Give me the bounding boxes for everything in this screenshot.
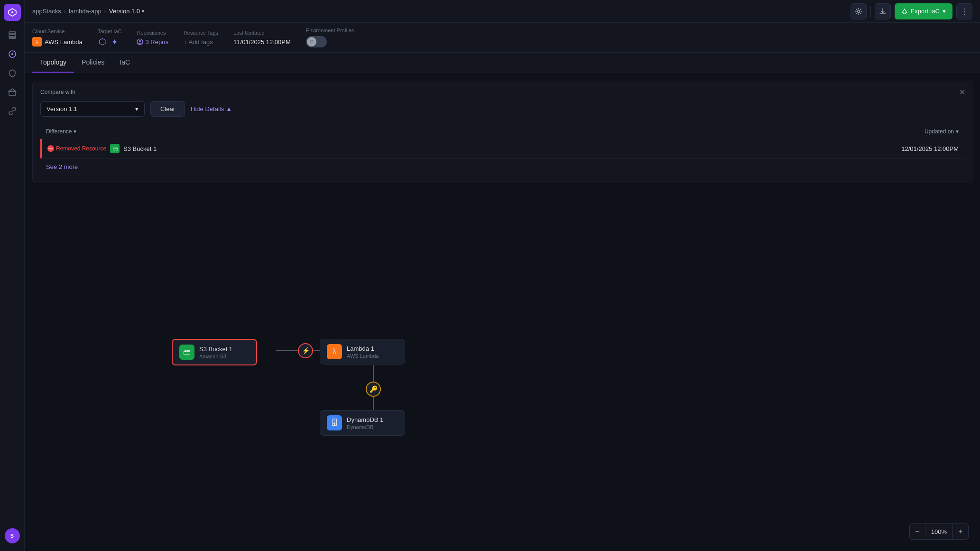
filter-icon: ▾ — [74, 128, 76, 135]
compare-panel: Compare with Version 1.1 ▾ Clear Hide De… — [32, 81, 972, 183]
toggle-knob — [307, 37, 316, 47]
settings-button[interactable] — [851, 3, 867, 19]
download-button[interactable] — [875, 3, 891, 19]
env-profiles-item: Environment Profiles — [306, 28, 354, 47]
dynamodb-node[interactable]: 🗄 DynamoDB 1 DynamoDB — [320, 410, 405, 436]
resource-name: S3 Bucket 1 — [123, 145, 157, 152]
difference-filter[interactable]: Difference ▾ — [46, 128, 76, 135]
main-content: appStacks › lambda-app › Version 1.0 ▾ — [25, 0, 980, 551]
diff-row-s3[interactable]: — Removed Resource 🗃 S3 Bucket 1 12/01/2… — [40, 139, 964, 159]
sort-icon: ▾ — [956, 128, 959, 135]
topology-canvas: 🗃 S3 Bucket 1 Amazon S3 ⚡ λ Lambda 1 AWS… — [25, 272, 980, 551]
divider — [870, 6, 871, 17]
s3-node-type: Amazon S3 — [199, 354, 232, 359]
breadcrumb-app[interactable]: lambda-app — [69, 8, 102, 15]
lambda-node-type: AWS Lambda — [347, 353, 379, 359]
user-avatar[interactable]: S — [5, 528, 20, 543]
svg-point-5 — [11, 53, 13, 55]
last-updated-value: 11/01/2025 12:00PM — [233, 38, 291, 46]
chevron-up-icon: ▲ — [226, 105, 232, 112]
topbar-actions: Export IaC ▾ ⋮ — [851, 3, 972, 19]
breadcrumb-sep-2: › — [104, 8, 106, 15]
target-iac-item: Target IaC ⬡ ✦ — [98, 28, 122, 47]
lambda-node[interactable]: λ Lambda 1 AWS Lambda — [320, 339, 405, 364]
terraform-icon: ✦ — [110, 37, 120, 47]
dynamo-node-info: DynamoDB 1 DynamoDB — [347, 416, 383, 430]
hide-details-button[interactable]: Hide Details ▲ — [191, 105, 232, 112]
s3-node-icon: 🗃 — [179, 345, 194, 360]
resource-tags-item: Resource Tags + Add tags — [184, 30, 218, 46]
env-profiles-toggle[interactable] — [306, 36, 354, 47]
more-button[interactable]: ⋮ — [956, 3, 972, 19]
add-tags-button[interactable]: + Add tags — [184, 38, 218, 46]
version-dropdown-icon: ▾ — [142, 9, 144, 14]
breadcrumb-sep-1: › — [64, 8, 66, 15]
env-profiles-label: Environment Profiles — [306, 28, 354, 33]
s3-node-name: S3 Bucket 1 — [199, 346, 232, 353]
aws-lambda-icon: λ — [32, 37, 42, 47]
zoom-out-button[interactable]: − — [910, 524, 925, 539]
connections-svg — [25, 272, 980, 551]
lightning-connector: ⚡ — [298, 343, 313, 358]
cloud-service-label: Cloud Service — [32, 28, 83, 34]
updated-on-filter[interactable]: Updated on ▾ — [925, 128, 959, 135]
see-more-link[interactable]: See 2 more — [40, 159, 964, 175]
last-updated-item: Last Updated 11/01/2025 12:00PM — [233, 30, 291, 46]
diff-table-header: Difference ▾ Updated on ▾ — [40, 124, 964, 139]
zoom-controls: − 100% + — [909, 523, 969, 540]
repositories-link[interactable]: 3 Repos — [137, 38, 168, 46]
tab-iac[interactable]: IaC — [112, 53, 138, 73]
s3-bucket-node[interactable]: 🗃 S3 Bucket 1 Amazon S3 — [172, 339, 257, 365]
svg-rect-3 — [9, 37, 16, 38]
sidebar-item-bank[interactable] — [4, 84, 21, 101]
key-connector: 🔑 — [366, 382, 381, 397]
compare-controls: Version 1.1 ▾ Clear Hide Details ▲ — [40, 101, 964, 117]
repositories-label: Repositories — [137, 30, 168, 36]
clear-button[interactable]: Clear — [150, 101, 185, 117]
sidebar-item-shield[interactable] — [4, 65, 21, 82]
export-iac-button[interactable]: Export IaC ▾ — [895, 3, 952, 19]
svg-rect-1 — [9, 32, 16, 34]
dynamo-node-icon: 🗄 — [327, 415, 342, 430]
pulumi-icon: ⬡ — [98, 37, 107, 47]
topbar: appStacks › lambda-app › Version 1.0 ▾ — [25, 0, 980, 23]
svg-rect-2 — [9, 35, 16, 37]
version-select-dropdown[interactable]: Version 1.1 ▾ — [40, 101, 145, 117]
last-updated-label: Last Updated — [233, 30, 291, 36]
cloud-service-item: Cloud Service λ AWS Lambda — [32, 28, 83, 47]
minus-icon: — — [47, 145, 54, 152]
breadcrumb-root[interactable]: appStacks — [32, 8, 61, 15]
tab-topology[interactable]: Topology — [32, 53, 74, 73]
tab-policies[interactable]: Policies — [74, 53, 112, 73]
s3-resource-icon: 🗃 — [110, 144, 120, 153]
cloud-service-value: λ AWS Lambda — [32, 37, 83, 47]
target-iac-icons: ⬡ ✦ — [98, 37, 122, 47]
diff-row-left: — Removed Resource 🗃 S3 Bucket 1 — [47, 144, 157, 153]
export-dropdown-icon: ▾ — [943, 8, 946, 15]
sidebar: S — [0, 0, 25, 551]
sidebar-item-topology[interactable] — [4, 46, 21, 63]
sidebar-item-link[interactable] — [4, 103, 21, 120]
removed-badge: — Removed Resource — [47, 145, 106, 152]
toggle-switch[interactable] — [306, 36, 327, 47]
compare-title: Compare with — [40, 89, 964, 95]
breadcrumb: appStacks › lambda-app › Version 1.0 ▾ — [32, 8, 144, 15]
lambda-node-info: Lambda 1 AWS Lambda — [347, 345, 379, 359]
lambda-node-icon: λ — [327, 344, 342, 359]
sidebar-item-layers[interactable] — [4, 27, 21, 44]
select-chevron-icon: ▾ — [135, 105, 139, 112]
dynamo-node-type: DynamoDB — [347, 424, 383, 430]
breadcrumb-version: Version 1.0 — [109, 8, 140, 15]
zoom-level: 100% — [925, 524, 953, 539]
zoom-in-button[interactable]: + — [953, 524, 968, 539]
svg-rect-6 — [9, 92, 16, 95]
app-logo[interactable] — [4, 4, 21, 21]
diff-row-date: 12/01/2025 12:00PM — [901, 145, 959, 152]
service-bar: Cloud Service λ AWS Lambda Target IaC ⬡ … — [25, 23, 980, 53]
tabs: Topology Policies IaC — [25, 53, 980, 73]
lambda-node-name: Lambda 1 — [347, 345, 379, 352]
close-compare-panel[interactable]: ✕ — [959, 88, 965, 97]
breadcrumb-current[interactable]: Version 1.0 ▾ — [109, 8, 144, 15]
dynamo-node-name: DynamoDB 1 — [347, 416, 383, 423]
svg-point-9 — [139, 40, 141, 42]
